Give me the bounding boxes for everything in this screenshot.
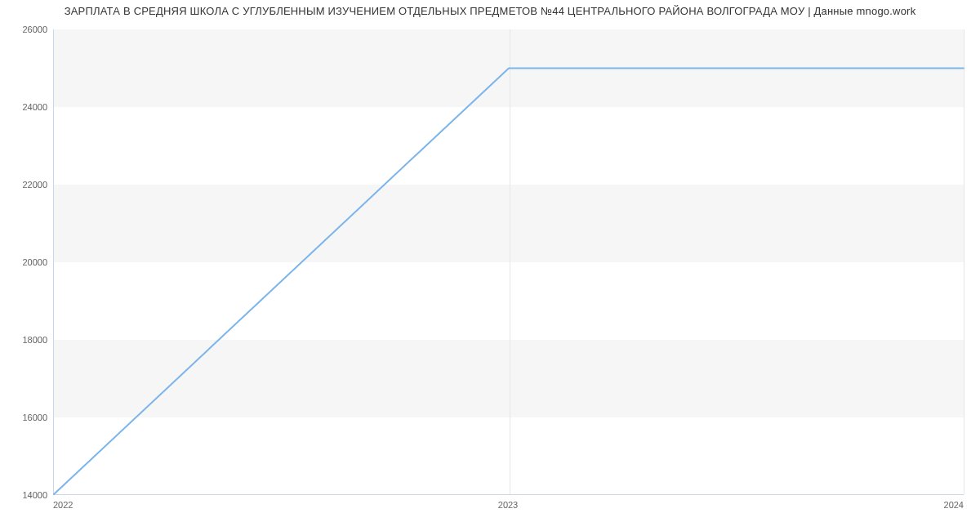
y-tick-label: 18000 xyxy=(2,335,47,345)
gridline-vertical xyxy=(964,29,964,494)
y-tick-label: 22000 xyxy=(2,180,47,190)
y-tick-label: 24000 xyxy=(2,102,47,112)
x-tick-label: 2024 xyxy=(944,500,964,510)
plot-area xyxy=(53,29,964,495)
x-tick-label: 2022 xyxy=(53,500,73,510)
y-tick-label: 16000 xyxy=(2,413,47,422)
y-tick-label: 14000 xyxy=(2,490,47,500)
y-tick-label: 20000 xyxy=(2,257,47,267)
x-tick-label: 2023 xyxy=(498,500,518,510)
salary-line-chart: ЗАРПЛАТА В СРЕДНЯЯ ШКОЛА С УГЛУБЛЕННЫМ И… xyxy=(0,0,980,531)
chart-title: ЗАРПЛАТА В СРЕДНЯЯ ШКОЛА С УГЛУБЛЕННЫМ И… xyxy=(0,5,980,17)
data-line xyxy=(54,29,964,494)
y-tick-label: 26000 xyxy=(2,25,47,34)
